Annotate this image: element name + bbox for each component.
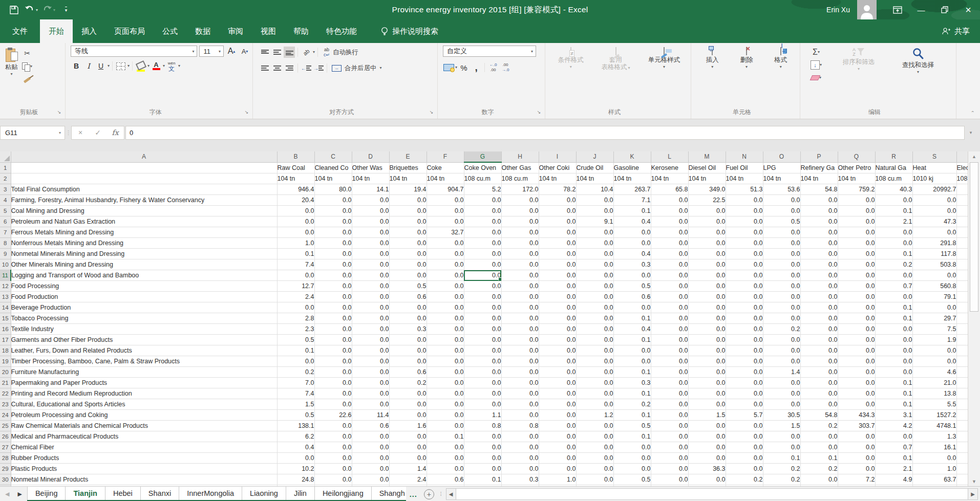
- insert-function-icon[interactable]: fx: [106, 128, 124, 137]
- cell[interactable]: 0.0: [838, 388, 875, 399]
- cell[interactable]: 0.0: [912, 206, 956, 216]
- cell[interactable]: 5.5: [912, 399, 956, 410]
- cell[interactable]: Coke Oven: [464, 162, 501, 173]
- cell[interactable]: 0.0: [501, 281, 539, 292]
- col-header-G[interactable]: G: [464, 151, 501, 162]
- cell[interactable]: 0.0: [726, 270, 763, 281]
- cell[interactable]: 0.0: [838, 453, 875, 464]
- cell[interactable]: 2.4: [277, 292, 314, 302]
- cell[interactable]: [956, 184, 968, 195]
- cell[interactable]: 0.0: [277, 270, 314, 281]
- cell[interactable]: 1010 kj: [912, 173, 956, 184]
- cell[interactable]: Total Final Consumption: [11, 184, 277, 195]
- comma-button[interactable]: ,: [471, 62, 482, 73]
- cell[interactable]: 0.0: [352, 238, 389, 249]
- cell[interactable]: 0.0: [389, 259, 427, 270]
- cell[interactable]: 104 tn: [651, 173, 688, 184]
- cell[interactable]: 0.0: [838, 367, 875, 378]
- sheet-tab-Shanxi[interactable]: Shanxi: [141, 487, 179, 500]
- sheet-tab-Jilin[interactable]: Jilin: [286, 487, 315, 500]
- cell[interactable]: 104 tn: [838, 173, 875, 184]
- cell[interactable]: 0.0: [800, 345, 838, 356]
- cell[interactable]: 7.1: [613, 195, 651, 206]
- col-header-I[interactable]: I: [539, 151, 576, 162]
- row-header-12[interactable]: 12: [0, 281, 11, 292]
- cell[interactable]: 0.0: [800, 388, 838, 399]
- row-header-30[interactable]: 30: [0, 474, 11, 485]
- cell[interactable]: Heat: [912, 162, 956, 173]
- cell[interactable]: 0.6: [427, 474, 464, 485]
- accounting-dropdown-icon[interactable]: ▾: [455, 66, 457, 70]
- cell[interactable]: 54.8: [800, 184, 838, 195]
- cell[interactable]: 1.5: [763, 421, 800, 431]
- cell[interactable]: 0.0: [539, 292, 576, 302]
- cell[interactable]: 0.3: [613, 378, 651, 388]
- cell[interactable]: 0.0: [352, 345, 389, 356]
- cell[interactable]: 1.1: [464, 410, 501, 421]
- cell[interactable]: 0.0: [875, 356, 912, 367]
- cell[interactable]: Tobacco Processing: [11, 313, 277, 324]
- cell[interactable]: 0.0: [389, 399, 427, 410]
- cell[interactable]: 0.0: [726, 399, 763, 410]
- scroll-right-icon[interactable]: ▶: [968, 488, 978, 500]
- sheet-tab-Shangh[interactable]: Shangh: [372, 487, 406, 500]
- cell[interactable]: 0.0: [688, 356, 726, 367]
- cell[interactable]: 0.0: [389, 227, 427, 238]
- cell[interactable]: 0.0: [314, 388, 352, 399]
- redo-button[interactable]: ▾: [40, 0, 57, 19]
- cell[interactable]: 0.1: [800, 453, 838, 464]
- sheet-tab-Heilongjiang[interactable]: Heilongjiang: [315, 487, 372, 500]
- cell[interactable]: 104 tn: [539, 173, 576, 184]
- cell[interactable]: 0.0: [763, 388, 800, 399]
- cell[interactable]: 0.0: [314, 335, 352, 345]
- cell[interactable]: 0.0: [352, 442, 389, 453]
- cell[interactable]: 0.0: [464, 335, 501, 345]
- cell[interactable]: 0.0: [763, 356, 800, 367]
- format-painter-button[interactable]: [21, 74, 33, 85]
- cell[interactable]: 1.5: [277, 399, 314, 410]
- cell[interactable]: 0.0: [651, 464, 688, 474]
- cell[interactable]: 0.0: [838, 313, 875, 324]
- accounting-format-button[interactable]: [443, 62, 454, 73]
- cell[interactable]: 0.0: [576, 249, 613, 259]
- cell[interactable]: 0.0: [651, 302, 688, 313]
- cell[interactable]: 0.0: [539, 453, 576, 464]
- cell[interactable]: 104 tn: [427, 173, 464, 184]
- cell[interactable]: 0.0: [800, 227, 838, 238]
- cell[interactable]: 7.4: [277, 259, 314, 270]
- cell[interactable]: 0.2: [763, 474, 800, 485]
- cell[interactable]: 104 tn: [688, 173, 726, 184]
- find-select-button[interactable]: 查找和选择 ▾: [888, 46, 948, 83]
- cell[interactable]: Elec: [956, 162, 968, 173]
- row-header-16[interactable]: 16: [0, 324, 11, 335]
- cell[interactable]: 0.0: [763, 238, 800, 249]
- cell[interactable]: 108 cu.m: [464, 173, 501, 184]
- cell[interactable]: 0.0: [838, 206, 875, 216]
- cell[interactable]: 0.0: [688, 270, 726, 281]
- cell[interactable]: 0.0: [501, 324, 539, 335]
- cell[interactable]: 0.0: [427, 399, 464, 410]
- cell[interactable]: 0.0: [539, 259, 576, 270]
- cell[interactable]: 0.2: [613, 399, 651, 410]
- cell[interactable]: 0.0: [389, 249, 427, 259]
- cell[interactable]: 0.0: [726, 345, 763, 356]
- cell[interactable]: 0.0: [875, 227, 912, 238]
- cell[interactable]: 0.0: [763, 281, 800, 292]
- cell[interactable]: 0.0: [464, 367, 501, 378]
- cell[interactable]: 0.0: [576, 421, 613, 431]
- cell[interactable]: 0.0: [501, 345, 539, 356]
- cell[interactable]: 0.0: [501, 238, 539, 249]
- cell[interactable]: [956, 431, 968, 442]
- align-middle-button[interactable]: [271, 47, 283, 58]
- cell[interactable]: 20.4: [277, 195, 314, 206]
- col-header-R[interactable]: R: [875, 151, 912, 162]
- cell[interactable]: 0.0: [464, 313, 501, 324]
- cell[interactable]: 0.4: [613, 324, 651, 335]
- cell[interactable]: 0.0: [800, 302, 838, 313]
- cell[interactable]: 0.0: [651, 281, 688, 292]
- decrease-indent-button[interactable]: ←: [301, 62, 312, 74]
- cell[interactable]: 22.5: [688, 195, 726, 206]
- cell[interactable]: 0.0: [539, 356, 576, 367]
- cell[interactable]: 0.0: [501, 227, 539, 238]
- underline-dropdown-icon[interactable]: ▾: [108, 64, 110, 68]
